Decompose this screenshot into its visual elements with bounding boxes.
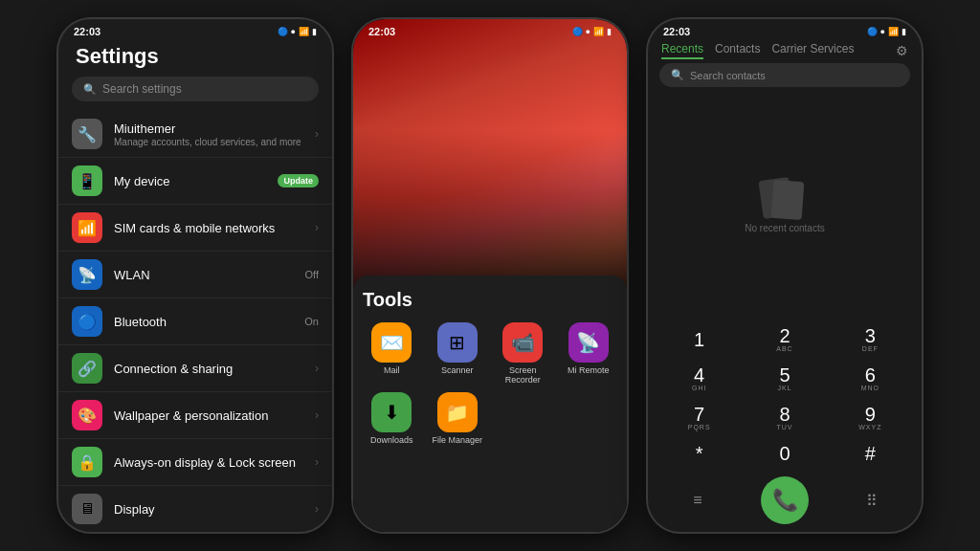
gear-icon[interactable]: ⚙ bbox=[896, 43, 908, 58]
dial-key-2[interactable]: 2 ABC bbox=[743, 320, 826, 358]
dial-num-0: 0 bbox=[779, 444, 790, 463]
dial-actions: ≡ 📞 ⠿ bbox=[657, 471, 912, 528]
dial-alpha-6: MNO bbox=[861, 385, 880, 391]
bluetooth-icon: 🔵 bbox=[72, 306, 102, 337]
tab-recents[interactable]: Recents bbox=[661, 42, 703, 59]
app-grid-row1: ✉️ Mail ⊞ Scanner 📹 Screen Recorder 📡 Mi… bbox=[363, 322, 617, 385]
dialpad: 1 2 ABC 3 DEF 4 GHI 5 J bbox=[648, 317, 922, 532]
settings-item-wallpaper[interactable]: 🎨 Wallpaper & personalization › bbox=[58, 392, 332, 439]
search-placeholder: Search settings bbox=[102, 82, 182, 96]
wifi-icon: 📶 bbox=[299, 27, 309, 36]
app-scanner[interactable]: ⊞ Scanner bbox=[429, 322, 487, 385]
mail-label: Mail bbox=[384, 365, 400, 375]
dial-row-1: 1 2 ABC 3 DEF bbox=[657, 320, 912, 358]
dial-alpha-3: DEF bbox=[862, 345, 879, 352]
call-button[interactable]: 📞 bbox=[761, 476, 809, 524]
dial-num-8: 8 bbox=[779, 405, 790, 424]
dial-alpha-4: GHI bbox=[692, 385, 706, 391]
settings-item-wlan[interactable]: 📡 WLAN Off bbox=[58, 252, 332, 298]
time-2: 22:03 bbox=[368, 26, 395, 37]
chevron-icon: › bbox=[315, 221, 319, 234]
contacts-search-bar[interactable]: 🔍 Search contacts bbox=[659, 63, 910, 87]
dial-key-7[interactable]: 7 PQRS bbox=[657, 399, 741, 436]
status-bar-3: 22:03 🔵 ● 📶 ▮ bbox=[648, 19, 922, 40]
lock-text: Always-on display & Lock screen bbox=[114, 455, 303, 470]
miuithemer-icon: 🔧 bbox=[72, 119, 102, 149]
status-icons-2: 🔵 ● 📶 ▮ bbox=[572, 27, 612, 36]
chevron-icon: › bbox=[315, 408, 319, 422]
status-icons-1: 🔵 ● 📶 ▮ bbox=[278, 27, 317, 36]
app-downloads[interactable]: ⬇ Downloads bbox=[363, 392, 421, 445]
no-recents-area: No recent contacts bbox=[648, 95, 922, 317]
dial-key-6[interactable]: 6 MNO bbox=[829, 360, 912, 397]
settings-item-miuithemer[interactable]: 🔧 Miuithemer Manage accounts, cloud serv… bbox=[58, 111, 332, 158]
bluetooth-label: Bluetooth bbox=[114, 315, 293, 329]
no-recents-label: No recent contacts bbox=[745, 223, 824, 233]
dial-num-hash: # bbox=[865, 444, 876, 463]
app-mi-remote[interactable]: 📡 Mi Remote bbox=[560, 322, 618, 385]
battery-icon: ▮ bbox=[312, 27, 317, 36]
phone-dialer: 22:03 🔵 ● 📶 ▮ Recents Contacts Carrier S… bbox=[646, 17, 924, 534]
connection-text: Connection & sharing bbox=[114, 362, 303, 376]
settings-item-sim[interactable]: 📶 SIM cards & mobile networks › bbox=[58, 205, 332, 252]
lock-label: Always-on display & Lock screen bbox=[114, 455, 303, 470]
battery-status-icon: ▮ bbox=[607, 27, 612, 36]
keypad-button[interactable]: ⠿ bbox=[855, 483, 889, 518]
screen-recorder-label: Screen Recorder bbox=[494, 365, 552, 385]
dial-key-hash[interactable]: # bbox=[829, 438, 912, 469]
settings-search-bar[interactable]: 🔍 Search settings bbox=[72, 77, 319, 101]
sig-icon: ● bbox=[880, 27, 885, 36]
tab-carrier-services[interactable]: Carrier Services bbox=[771, 42, 854, 59]
time-1: 22:03 bbox=[74, 26, 100, 37]
scanner-icon: ⊞ bbox=[437, 322, 478, 363]
wallpaper-text: Wallpaper & personalization bbox=[114, 408, 303, 423]
menu-button[interactable]: ≡ bbox=[680, 483, 715, 518]
settings-item-display[interactable]: 🖥 Display › bbox=[58, 486, 332, 532]
dial-key-8[interactable]: 8 TUV bbox=[743, 399, 826, 436]
dial-key-3[interactable]: 3 DEF bbox=[829, 320, 912, 358]
dial-key-1[interactable]: 1 bbox=[657, 320, 741, 358]
dial-alpha-8: TUV bbox=[776, 424, 792, 430]
settings-item-lock[interactable]: 🔒 Always-on display & Lock screen › bbox=[58, 439, 332, 486]
app-screen-recorder[interactable]: 📹 Screen Recorder bbox=[494, 322, 552, 385]
bluetooth-icon: 🔵 bbox=[278, 27, 288, 36]
connection-icon: 🔗 bbox=[72, 353, 102, 384]
dial-num-1: 1 bbox=[694, 330, 704, 349]
dial-key-5[interactable]: 5 JKL bbox=[743, 360, 826, 397]
dial-alpha-9: WXYZ bbox=[858, 424, 881, 430]
dial-num-2: 2 bbox=[779, 326, 790, 345]
settings-item-mydevice[interactable]: 📱 My device Update bbox=[58, 158, 332, 205]
file-manager-icon: 📁 bbox=[437, 392, 478, 432]
dial-num-4: 4 bbox=[694, 365, 704, 385]
wallpaper-silhouette bbox=[353, 130, 627, 297]
mi-remote-icon: 📡 bbox=[568, 322, 609, 363]
bt-icon: 🔵 bbox=[867, 27, 878, 36]
signal-status-icon: ● bbox=[586, 27, 590, 36]
display-label: Display bbox=[114, 502, 303, 517]
app-file-manager[interactable]: 📁 File Manager bbox=[429, 392, 487, 445]
dial-num-9: 9 bbox=[865, 405, 876, 424]
app-grid-row2: ⬇ Downloads 📁 File Manager bbox=[363, 392, 617, 445]
dial-key-4[interactable]: 4 GHI bbox=[657, 360, 741, 397]
settings-item-connection[interactable]: 🔗 Connection & sharing › bbox=[58, 345, 332, 392]
dial-key-star[interactable]: * bbox=[657, 438, 741, 469]
chevron-icon: › bbox=[315, 455, 319, 469]
miuithemer-sub: Manage accounts, cloud services, and mor… bbox=[114, 137, 303, 147]
mydevice-icon: 📱 bbox=[72, 165, 102, 196]
bat-icon: ▮ bbox=[902, 27, 906, 36]
search-contacts-placeholder: Search contacts bbox=[690, 70, 766, 81]
app-mail[interactable]: ✉️ Mail bbox=[363, 322, 421, 385]
mail-icon: ✉️ bbox=[371, 322, 412, 363]
tools-folder-panel: Tools ✉️ Mail ⊞ Scanner 📹 Screen Recorde… bbox=[353, 276, 627, 532]
settings-item-bluetooth[interactable]: 🔵 Bluetooth On bbox=[58, 298, 332, 345]
dial-key-9[interactable]: 9 WXYZ bbox=[829, 399, 912, 436]
tab-contacts[interactable]: Contacts bbox=[715, 42, 760, 59]
contact-card-icon bbox=[761, 179, 809, 217]
wallpaper-background bbox=[353, 19, 627, 296]
time-3: 22:03 bbox=[663, 26, 690, 37]
chevron-icon: › bbox=[315, 502, 319, 516]
dial-key-0[interactable]: 0 bbox=[743, 438, 826, 469]
miuithemer-label: Miuithemer bbox=[114, 121, 303, 136]
dial-alpha-5: JKL bbox=[777, 385, 791, 391]
phone-home: 22:03 🔵 ● 📶 ▮ Tools ✉️ Mail ⊞ Scanner bbox=[351, 17, 629, 534]
